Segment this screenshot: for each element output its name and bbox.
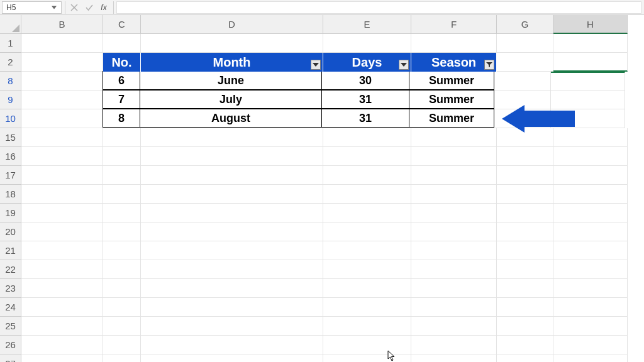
cell[interactable]	[553, 317, 628, 336]
cell[interactable]	[411, 147, 497, 166]
column-header-G[interactable]: G	[497, 15, 553, 34]
row-header-21[interactable]: 21	[0, 241, 21, 260]
cell[interactable]	[323, 34, 411, 53]
cell[interactable]	[141, 298, 323, 317]
table-cell-month[interactable]: July	[140, 90, 322, 109]
cell[interactable]	[103, 279, 141, 298]
cell[interactable]	[323, 354, 411, 362]
cell[interactable]	[323, 204, 411, 222]
cell[interactable]	[411, 128, 497, 147]
table-cell-season[interactable]: Summer	[409, 71, 494, 90]
cell[interactable]	[21, 34, 103, 53]
cell[interactable]	[551, 72, 625, 90]
cell[interactable]	[323, 241, 411, 260]
table-cell-month[interactable]: June	[140, 71, 322, 90]
cell[interactable]	[553, 298, 628, 317]
cell[interactable]	[323, 185, 411, 204]
table-header-days[interactable]: Days	[323, 53, 411, 72]
table-cell-season[interactable]: Summer	[409, 109, 494, 128]
cell[interactable]	[411, 317, 497, 336]
formula-input[interactable]	[116, 1, 641, 14]
column-header-H[interactable]: H	[553, 15, 628, 34]
cell[interactable]	[103, 147, 141, 166]
cell[interactable]	[497, 147, 553, 166]
cell[interactable]	[21, 204, 103, 222]
cell[interactable]	[103, 128, 141, 147]
row-header-23[interactable]: 23	[0, 279, 21, 298]
row-header-20[interactable]: 20	[0, 222, 21, 241]
cell[interactable]	[497, 204, 553, 222]
cell[interactable]	[497, 260, 553, 279]
name-box[interactable]: H5	[2, 1, 62, 14]
cell[interactable]	[553, 185, 628, 204]
column-header-D[interactable]: D	[141, 15, 323, 34]
cell[interactable]	[141, 147, 323, 166]
table-header-season[interactable]: Season	[411, 53, 497, 72]
cell[interactable]	[21, 241, 103, 260]
filter-applied-icon[interactable]	[484, 60, 494, 70]
cell[interactable]	[21, 128, 103, 147]
cell[interactable]	[553, 336, 628, 354]
column-header-E[interactable]: E	[323, 15, 411, 34]
cell[interactable]	[497, 279, 553, 298]
cell[interactable]	[21, 109, 103, 128]
cell[interactable]	[411, 241, 497, 260]
cell[interactable]	[497, 241, 553, 260]
table-header-no[interactable]: No.	[103, 53, 141, 72]
cell[interactable]	[21, 260, 103, 279]
cell[interactable]	[21, 72, 103, 90]
cell[interactable]	[553, 354, 628, 362]
cell[interactable]	[497, 166, 553, 185]
cell[interactable]	[411, 34, 497, 53]
row-header-2[interactable]: 2	[0, 53, 21, 72]
cell[interactable]	[323, 222, 411, 241]
column-header-F[interactable]: F	[411, 15, 497, 34]
cell[interactable]	[411, 298, 497, 317]
row-header-25[interactable]: 25	[0, 317, 21, 336]
cell[interactable]	[141, 204, 323, 222]
enter-icon[interactable]	[82, 1, 97, 14]
cell[interactable]	[21, 354, 103, 362]
cell[interactable]	[497, 298, 553, 317]
cell[interactable]	[497, 34, 553, 53]
cell[interactable]	[323, 298, 411, 317]
cell[interactable]	[411, 260, 497, 279]
cell[interactable]	[494, 72, 551, 90]
cell[interactable]	[103, 317, 141, 336]
cell[interactable]	[21, 166, 103, 185]
row-header-10[interactable]: 10	[0, 109, 21, 128]
row-header-15[interactable]: 15	[0, 128, 21, 147]
cell[interactable]	[323, 336, 411, 354]
cell[interactable]	[141, 317, 323, 336]
cell[interactable]	[103, 222, 141, 241]
cell[interactable]	[411, 222, 497, 241]
cell[interactable]	[411, 279, 497, 298]
cell[interactable]	[21, 222, 103, 241]
cell[interactable]	[21, 298, 103, 317]
cell[interactable]	[411, 185, 497, 204]
row-header-22[interactable]: 22	[0, 260, 21, 279]
cell[interactable]	[141, 336, 323, 354]
cell[interactable]	[21, 147, 103, 166]
cell[interactable]	[553, 34, 628, 53]
cell[interactable]	[553, 279, 628, 298]
row-header-17[interactable]: 17	[0, 166, 21, 185]
cell[interactable]	[553, 147, 628, 166]
cell[interactable]	[21, 279, 103, 298]
filter-dropdown-icon[interactable]	[399, 60, 409, 70]
table-cell-no[interactable]: 6	[103, 71, 140, 90]
column-header-B[interactable]: B	[21, 15, 103, 34]
row-header-27[interactable]: 27	[0, 354, 21, 362]
cell[interactable]	[21, 336, 103, 354]
cell[interactable]	[497, 317, 553, 336]
select-all-corner[interactable]	[0, 15, 21, 34]
table-cell-no[interactable]: 7	[103, 90, 140, 109]
cell[interactable]	[141, 222, 323, 241]
row-header-1[interactable]: 1	[0, 34, 21, 53]
row-header-8[interactable]: 8	[0, 72, 21, 90]
cell[interactable]	[553, 222, 628, 241]
cell[interactable]	[141, 128, 323, 147]
cell[interactable]	[553, 166, 628, 185]
cell[interactable]	[103, 166, 141, 185]
cell[interactable]	[141, 354, 323, 362]
